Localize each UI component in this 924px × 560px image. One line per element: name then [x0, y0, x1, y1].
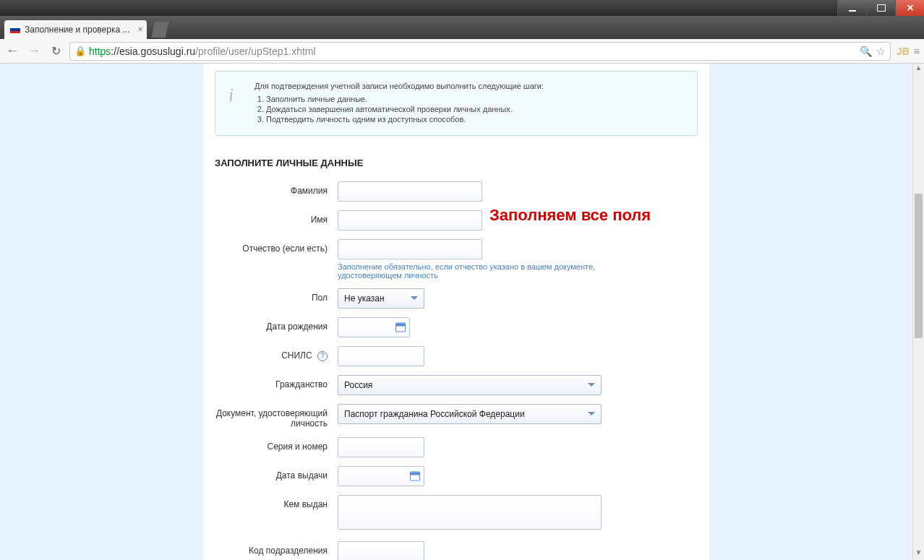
- info-step: Дождаться завершения автоматической пров…: [266, 105, 684, 113]
- browser-toolbar: ← → ↻ 🔒 https ://esia.gosuslugi.ru /prof…: [0, 39, 924, 64]
- label-issue-date: Дата выдачи: [215, 466, 338, 481]
- label-patronymic: Отчество (если есть): [215, 239, 338, 254]
- label-dept-code: Код подразделения: [215, 541, 338, 556]
- window-maximize-button[interactable]: [866, 0, 895, 16]
- label-citizenship: Гражданство: [215, 375, 338, 389]
- snils-input[interactable]: [338, 346, 424, 366]
- chevron-down-icon: [411, 296, 418, 303]
- info-panel: i Для подтверждения учетной записи необх…: [215, 71, 698, 136]
- nav-back-button[interactable]: ←: [4, 43, 20, 59]
- window-chrome: [0, 0, 924, 16]
- name-input[interactable]: [338, 210, 482, 231]
- issued-by-textarea[interactable]: [338, 495, 602, 530]
- personal-data-form: Фамилия Имя Заполняем все поля Отчество …: [215, 181, 698, 560]
- window-minimize-button[interactable]: [837, 0, 866, 16]
- nav-reload-button[interactable]: ↻: [48, 44, 64, 58]
- scroll-up-arrow[interactable]: ▲: [913, 64, 924, 75]
- label-snils: СНИЛС ?: [215, 346, 338, 361]
- browser-menu-button[interactable]: ≡: [914, 46, 920, 57]
- page-viewport: i Для подтверждения учетной записи необх…: [0, 64, 924, 560]
- calendar-icon[interactable]: [410, 472, 420, 481]
- bookmark-star-icon[interactable]: ☆: [876, 46, 886, 57]
- tab-close-icon[interactable]: ×: [137, 25, 142, 35]
- new-tab-button[interactable]: [151, 22, 168, 38]
- url-host: ://esia.gosuslugi.ru: [111, 46, 195, 57]
- url-path: /profile/user/upStep1.xhtml: [195, 46, 316, 57]
- label-issued-by: Кем выдан: [215, 495, 338, 509]
- label-gender: Пол: [215, 288, 338, 303]
- label-surname: Фамилия: [215, 181, 338, 196]
- lock-icon: 🔒: [74, 46, 86, 56]
- vertical-scrollbar[interactable]: ▲ ▼: [912, 64, 924, 560]
- browser-tabstrip: Заполнение и проверка ... ×: [0, 16, 924, 39]
- window-close-button[interactable]: [895, 0, 924, 16]
- chevron-down-icon: [588, 412, 595, 419]
- patronymic-hint: Заполнение обязательно, если отчество ук…: [338, 262, 656, 280]
- section-heading: ЗАПОЛНИТЕ ЛИЧНЫЕ ДАННЫЕ: [215, 158, 698, 168]
- address-bar[interactable]: 🔒 https ://esia.gosuslugi.ru /profile/us…: [69, 42, 891, 61]
- citizenship-select-value: Россия: [344, 380, 372, 390]
- annotation-overlay: Заполняем все поля: [489, 206, 651, 225]
- label-doc-type: Документ, удостоверяющий личность: [215, 404, 338, 428]
- info-intro: Для подтверждения учетной записи необход…: [254, 82, 684, 90]
- favicon-flag-icon: [10, 26, 20, 33]
- nav-forward-button[interactable]: →: [26, 43, 42, 59]
- info-icon: i: [228, 85, 234, 106]
- extension-jb-icon[interactable]: JB: [897, 46, 910, 57]
- tab-title: Заполнение и проверка ...: [25, 25, 129, 35]
- info-step: Подтвердить личность одним из доступных …: [266, 115, 684, 124]
- zoom-icon[interactable]: 🔍: [860, 46, 872, 57]
- info-step: Заполнить личные данные.: [266, 95, 684, 103]
- info-steps-list: Заполнить личные данные. Дождаться завер…: [266, 95, 684, 124]
- extension-icons: JB ≡: [897, 46, 920, 57]
- chevron-down-icon: [588, 383, 595, 390]
- browser-tab[interactable]: Заполнение и проверка ... ×: [4, 20, 147, 39]
- label-series: Серия и номер: [215, 437, 338, 452]
- dept-code-input[interactable]: [338, 541, 424, 560]
- citizenship-select[interactable]: Россия: [338, 375, 602, 395]
- scroll-down-arrow[interactable]: ▼: [913, 548, 924, 560]
- series-number-input[interactable]: [338, 437, 424, 457]
- surname-input[interactable]: [338, 181, 482, 202]
- doc-type-select[interactable]: Паспорт гражданина Российской Федерации: [338, 404, 602, 424]
- calendar-icon[interactable]: [395, 323, 406, 332]
- label-birthdate: Дата рождения: [215, 317, 338, 332]
- label-name: Имя: [215, 210, 338, 225]
- gender-select[interactable]: Не указан: [338, 288, 424, 309]
- help-icon[interactable]: ?: [317, 351, 328, 361]
- scrollbar-thumb[interactable]: [915, 194, 923, 338]
- doc-type-select-value: Паспорт гражданина Российской Федерации: [344, 409, 525, 419]
- page-content: i Для подтверждения учетной записи необх…: [203, 64, 709, 560]
- url-proto: https: [89, 46, 111, 57]
- patronymic-input[interactable]: [338, 239, 482, 259]
- gender-select-value: Не указан: [344, 293, 385, 303]
